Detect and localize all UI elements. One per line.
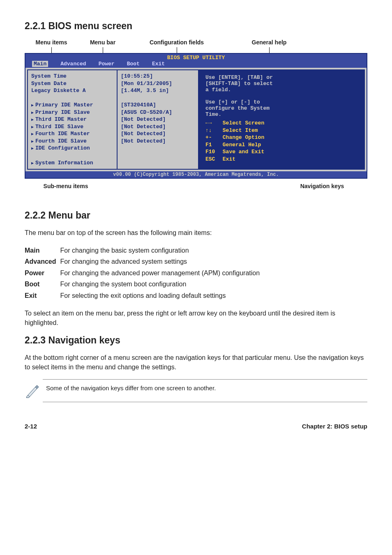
menu-item-name: Advanced [25,256,60,268]
bios-help-text: Use [ENTER], [TAB] or [SHIFT-TAB] to sel… [205,74,358,120]
table-row: ExitFor selecting the exit options and l… [25,290,264,302]
bios-mid-column: [10:55:25][Mon 01/31/2005][1.44M, 3.5 in… [118,69,199,170]
menu-item-name: Main [25,245,60,257]
label-general-help: General help [226,39,312,53]
menu-item-name: Exit [25,290,60,302]
menu-item-desc: For changing the advanced system setting… [60,256,264,268]
bios-config-value: [1.44M, 3.5 in] [121,87,195,94]
page-footer: 2-12 Chapter 2: BIOS setup [25,423,367,430]
table-row: MainFor changing the basic system config… [25,245,264,257]
bios-left-column: System TimeSystem DateLegacy Diskette A … [27,69,118,170]
bios-nav-key-row: F1 General Help [205,141,358,149]
bios-title: BIOS SETUP UTILITY [25,54,367,61]
bios-menu-item: IDE Configuration [31,145,113,152]
bios-config-value: [Mon 01/31/2005] [121,80,195,88]
bios-menu-item: System Information [31,159,113,167]
label-navigation-keys: Navigation keys [277,181,367,189]
bios-config-value: [Not Detected] [121,123,195,131]
bios-tab-bar: Main Advanced Power Boot Exit [25,61,367,68]
bios-right-column: Use [ENTER], [TAB] or [SHIFT-TAB] to sel… [199,69,365,170]
bios-tab-advanced: Advanced [60,61,86,67]
top-label-row: Menu items Menu bar Configuration fields… [25,39,367,53]
chapter-title: Chapter 2: BIOS setup [302,423,367,430]
bios-config-value [121,94,195,102]
bios-tab-exit: Exit [152,61,165,67]
label-menu-items: Menu items [25,39,78,53]
bios-menu-item [31,152,113,159]
bios-config-value: [Not Detected] [121,138,195,145]
bios-tab-power: Power [99,61,115,67]
bios-menu-item: Third IDE Slave [31,123,113,131]
bios-config-value: [ST320410A] [121,101,195,109]
table-row: AdvancedFor changing the advanced system… [25,256,264,268]
bios-menu-item: Fourth IDE Master [31,130,113,138]
bios-menu-item: Fourth IDE Slave [31,138,113,145]
bios-config-value: [Not Detected] [121,116,195,123]
label-menu-bar: Menu bar [78,39,127,53]
bios-menu-item: System Time [31,73,113,80]
section-heading-222: 2.2.2 Menu bar [25,210,367,221]
section-heading-223: 2.2.3 Navigation keys [25,335,367,346]
menubar-outro: To select an item on the menu bar, press… [25,309,367,327]
bios-nav-key-row: ESC Exit [205,156,358,163]
label-submenu-items: Sub-menu items [25,181,107,189]
note-text: Some of the navigation keys differ from … [46,383,216,391]
bios-tab-main: Main [32,61,48,67]
bios-nav-key-row: +- Change Option [205,134,358,141]
note-box: Some of the navigation keys differ from … [43,379,367,402]
bottom-label-row: Sub-menu items Navigation keys [25,181,367,189]
label-config-fields: Configuration fields [127,39,226,53]
pencil-note-icon [25,383,40,398]
bios-config-value: [ASUS CD-S520/A] [121,109,195,116]
bios-menu-item: Primary IDE Master [31,101,113,109]
bios-footer: v00.00 (C)Copyright 1985-2003, American … [25,171,367,178]
bios-nav-key-row: F10 Save and Exit [205,148,358,156]
bios-menu-item: System Date [31,80,113,88]
menu-item-name: Boot [25,279,60,290]
table-row: BootFor changing the system boot configu… [25,279,264,290]
menu-item-name: Power [25,268,60,279]
bios-nav-keys: ←→ Select Screen↑↓ Select Item+- Change … [205,120,358,163]
section-heading-221: 2.2.1 BIOS menu screen [25,21,367,32]
bios-menu-item [31,94,113,102]
bios-menu-item: Legacy Diskette A [31,87,113,94]
table-row: PowerFor changing the advanced power man… [25,268,264,279]
menu-item-desc: For selecting the exit options and loadi… [60,290,264,302]
menu-bar-items-table: MainFor changing the basic system config… [25,245,264,302]
bios-menu-item: Third IDE Master [31,116,113,123]
bios-config-value: [10:55:25] [121,73,195,80]
bios-nav-key-row: ↑↓ Select Item [205,127,358,134]
bios-screenshot: BIOS SETUP UTILITY Main Advanced Power B… [25,53,367,179]
bios-nav-key-row: ←→ Select Screen [205,120,358,127]
navkeys-text: At the bottom right corner of a menu scr… [25,353,367,372]
page-number: 2-12 [25,423,37,430]
bios-tab-boot: Boot [127,61,140,67]
bios-config-value: [Not Detected] [121,130,195,138]
menu-item-desc: For changing the system boot configurati… [60,279,264,290]
menu-item-desc: For changing the advanced power manageme… [60,268,264,279]
menu-item-desc: For changing the basic system configurat… [60,245,264,257]
menubar-intro: The menu bar on top of the screen has th… [25,228,367,237]
bios-menu-item: Primary IDE Slave [31,109,113,116]
